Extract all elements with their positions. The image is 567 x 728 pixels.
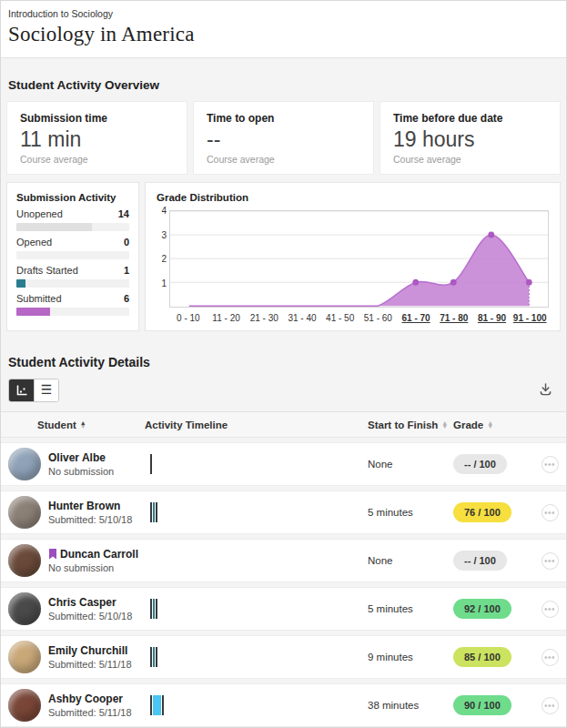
submission-activity-row: Submitted6 bbox=[16, 293, 129, 316]
timeline-tick bbox=[156, 599, 157, 619]
chart-view-icon bbox=[15, 384, 28, 397]
student-name[interactable]: Oliver Albe bbox=[48, 451, 106, 464]
chart-x-axis: 0 - 1011 - 2021 - 3031 - 4041 - 5051 - 6… bbox=[169, 313, 549, 323]
more-cell: ••• bbox=[533, 504, 566, 521]
grade-distribution-chart[interactable] bbox=[169, 210, 549, 308]
list-view-button[interactable]: ☰ bbox=[34, 379, 58, 401]
flag-ribbon-icon bbox=[48, 549, 57, 560]
start-to-finish: 5 minutes bbox=[368, 507, 453, 518]
activity-timeline bbox=[145, 646, 368, 668]
sort-icon: ▲▼ bbox=[487, 421, 493, 429]
activity-label: Drafts Started bbox=[16, 265, 78, 276]
breadcrumb[interactable]: Introduction to Sociology bbox=[8, 8, 559, 19]
timeline-tick bbox=[150, 647, 152, 667]
grade-cell: 76 / 100 bbox=[453, 502, 533, 522]
y-axis-tick: 3 bbox=[161, 229, 167, 239]
chart-data-point bbox=[412, 279, 419, 286]
start-to-finish: 38 minutes bbox=[368, 700, 453, 711]
activity-count: 14 bbox=[118, 208, 129, 219]
chart-data-point bbox=[451, 279, 457, 286]
timeline-tick bbox=[150, 502, 152, 522]
download-button[interactable] bbox=[532, 379, 559, 402]
more-cell: ••• bbox=[533, 697, 566, 714]
more-options-button[interactable]: ••• bbox=[542, 697, 559, 714]
student-name[interactable]: Chris Casper bbox=[48, 596, 116, 609]
grade-cell: 90 / 100 bbox=[453, 695, 533, 715]
more-options-button[interactable]: ••• bbox=[542, 601, 559, 618]
grade-cell: 85 / 100 bbox=[453, 647, 533, 667]
timeline-tick bbox=[153, 502, 155, 522]
x-axis-label-link[interactable]: 81 - 90 bbox=[473, 313, 511, 323]
start-to-finish: 9 minutes bbox=[368, 652, 453, 662]
timeline-tick bbox=[150, 599, 152, 619]
submission-status: No submission bbox=[48, 562, 138, 573]
stat-value: -- bbox=[207, 127, 360, 152]
student-rows: Oliver AlbeNo submissionNone-- / 100•••H… bbox=[6, 442, 561, 727]
x-axis-label: 11 - 20 bbox=[208, 313, 246, 323]
more-cell: ••• bbox=[533, 552, 566, 570]
activity-bar-fill bbox=[16, 223, 92, 231]
start-to-finish: None bbox=[368, 459, 453, 470]
student-cell: Hunter BrownSubmitted: 5/10/18 bbox=[8, 496, 145, 529]
activity-label: Unopened bbox=[16, 208, 63, 219]
y-axis-tick: 2 bbox=[161, 254, 167, 264]
activity-count: 6 bbox=[124, 293, 129, 304]
x-axis-label-link[interactable]: 71 - 80 bbox=[435, 313, 473, 323]
page-title: Sociology in America bbox=[8, 23, 559, 46]
timeline-tick bbox=[156, 647, 157, 667]
x-axis-label: 31 - 40 bbox=[283, 313, 321, 323]
activity-timeline bbox=[145, 501, 368, 523]
x-axis-label-link[interactable]: 91 - 100 bbox=[511, 313, 549, 323]
column-header-grade[interactable]: Grade ▲▼ bbox=[453, 420, 533, 430]
student-cell: Chris CasperSubmitted: 5/10/18 bbox=[8, 592, 145, 625]
more-cell: ••• bbox=[533, 456, 566, 473]
submission-status: Submitted: 5/11/18 bbox=[48, 659, 132, 670]
student-cell: Emily ChurchillSubmitted: 5/11/18 bbox=[8, 641, 145, 673]
more-options-button[interactable]: ••• bbox=[542, 504, 559, 521]
student-avatar bbox=[8, 689, 41, 722]
grade-pill[interactable]: -- / 100 bbox=[453, 551, 507, 571]
student-cell: Ashby CooperSubmitted: 5/11/18 bbox=[8, 689, 145, 722]
stat-card-submission-time: Submission time 11 min Course average bbox=[6, 101, 187, 175]
activity-bar-track bbox=[16, 308, 129, 316]
submission-activity-row: Unopened14 bbox=[16, 208, 129, 231]
stat-value: 11 min bbox=[20, 127, 174, 152]
activity-timeline bbox=[145, 453, 368, 475]
student-name[interactable]: Ashby Cooper bbox=[48, 693, 123, 705]
submission-status: Submitted: 5/11/18 bbox=[48, 707, 132, 718]
sort-icon: ▲▼ bbox=[80, 421, 86, 429]
y-axis-tick: 4 bbox=[161, 206, 167, 216]
more-options-button[interactable]: ••• bbox=[542, 456, 559, 473]
grade-pill[interactable]: 90 / 100 bbox=[453, 695, 511, 715]
list-view-icon: ☰ bbox=[41, 383, 53, 396]
details-toolbar: ☰ bbox=[8, 379, 559, 402]
student-name[interactable]: Duncan Carroll bbox=[60, 548, 138, 561]
student-name[interactable]: Emily Churchill bbox=[48, 644, 127, 657]
column-header-start-to-finish[interactable]: Start to Finish ▲▼ bbox=[368, 420, 453, 430]
submission-activity-title: Submission Activity bbox=[16, 192, 129, 203]
grade-pill[interactable]: 76 / 100 bbox=[453, 502, 511, 522]
chart-view-button[interactable] bbox=[9, 379, 34, 401]
x-axis-label-link[interactable]: 61 - 70 bbox=[397, 313, 435, 323]
more-options-button[interactable]: ••• bbox=[542, 552, 559, 570]
student-name[interactable]: Hunter Brown bbox=[48, 500, 120, 512]
student-avatar bbox=[8, 448, 41, 480]
stat-value: 19 hours bbox=[393, 127, 547, 152]
grade-pill[interactable]: 92 / 100 bbox=[453, 599, 511, 619]
activity-count: 0 bbox=[124, 237, 129, 248]
column-label: Start to Finish bbox=[368, 420, 438, 430]
more-options-button[interactable]: ••• bbox=[542, 649, 559, 666]
grade-distribution-title: Grade Distribution bbox=[157, 192, 549, 203]
column-label: Grade bbox=[453, 420, 483, 430]
grade-pill[interactable]: 85 / 100 bbox=[453, 647, 511, 667]
submission-status: Submitted: 5/10/18 bbox=[48, 611, 132, 622]
stat-card-time-before-due: Time before due date 19 hours Course ave… bbox=[380, 101, 561, 175]
student-cell: Duncan CarrollNo submission bbox=[8, 544, 145, 577]
column-header-student[interactable]: Student ▲▼ bbox=[8, 420, 145, 430]
stat-cards: Submission time 11 min Course average Ti… bbox=[6, 101, 561, 175]
stat-label: Submission time bbox=[20, 112, 174, 125]
submission-activity-row: Drafts Started1 bbox=[16, 265, 129, 288]
grade-pill[interactable]: -- / 100 bbox=[453, 454, 507, 474]
activity-bar-track bbox=[16, 251, 129, 259]
start-to-finish: 5 minutes bbox=[368, 603, 453, 614]
